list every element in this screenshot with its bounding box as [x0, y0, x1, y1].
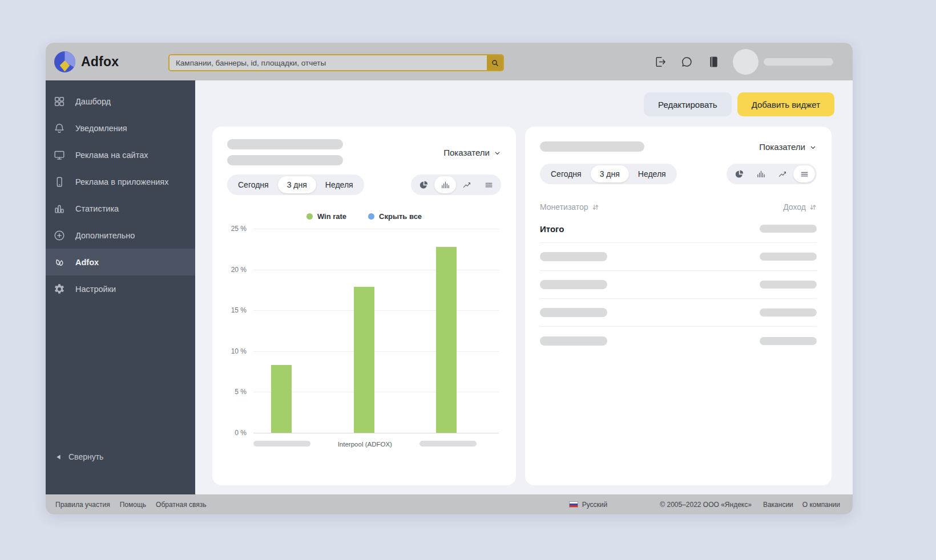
edit-button[interactable]: Редактировать [644, 92, 732, 116]
footer-link[interactable]: Обратная связь [156, 501, 206, 509]
add-widget-button[interactable]: Добавить виджет [737, 92, 834, 116]
table-widget-card: Показатели Сегодня3 дняНеделя Монетизато… [525, 127, 832, 485]
category-skeleton [419, 441, 477, 447]
y-tick-label: 5 % [235, 388, 247, 396]
left-view-switcher [411, 175, 501, 195]
x-category: Interpool (ADFOX) [338, 439, 392, 449]
right-view-pie-chart-button[interactable] [728, 165, 750, 182]
left-view-line-chart-button[interactable] [456, 176, 478, 193]
y-tick-label: 10 % [231, 347, 247, 355]
chart-legend: Win rateСкрыть все [227, 212, 501, 221]
left-widget-controls: Сегодня3 дняНеделя [227, 175, 501, 195]
sort-icon [592, 204, 599, 211]
language-selector[interactable]: Русский [569, 501, 608, 509]
legend-dot [368, 213, 374, 220]
sort-by-monetizer[interactable]: Монетизатор [540, 202, 599, 212]
sidebar-item-settings[interactable]: Настройки [46, 275, 195, 302]
cell-skeleton [760, 309, 817, 316]
left-view-list-view-button[interactable] [478, 176, 499, 193]
avatar[interactable] [733, 49, 759, 75]
sidebar-item-adfox[interactable]: Adfox [46, 249, 195, 275]
pie-chart-icon [735, 169, 744, 179]
book-icon[interactable] [707, 55, 720, 68]
search-input[interactable] [170, 55, 487, 70]
footer-link[interactable]: О компании [802, 501, 840, 509]
right-view-bar-chart-button[interactable] [750, 165, 772, 182]
bar-chart-icon [441, 180, 450, 190]
right-view-list-view-button[interactable] [793, 165, 815, 182]
sort-by-income[interactable]: Доход [783, 202, 817, 212]
left-period-tab-1[interactable]: 3 дня [278, 176, 316, 193]
table-row [540, 327, 817, 355]
x-category-label: Interpool (ADFOX) [338, 441, 392, 448]
main-content: Редактировать Добавить виджет Показатели [195, 80, 853, 494]
sidebar-item-label: Уведомления [75, 124, 127, 133]
left-view-pie-chart-button[interactable] [413, 176, 434, 193]
cell-skeleton [760, 281, 817, 289]
left-period-tab-0[interactable]: Сегодня [229, 176, 278, 193]
right-period-tab-0[interactable]: Сегодня [542, 165, 591, 182]
footer-link[interactable]: Помощь [120, 501, 146, 509]
dashboard-actions: Редактировать Добавить виджет [212, 92, 834, 116]
sidebar-item-label: Дополнительно [75, 231, 135, 240]
cell-skeleton [540, 308, 607, 317]
cell-skeleton [540, 336, 607, 346]
cell-skeleton [760, 337, 817, 345]
chart-plot: 25 %20 %15 %10 %5 %0 % [253, 229, 499, 433]
footer-links-right: ВакансииО компании [763, 501, 840, 509]
x-category [419, 439, 477, 449]
chat-icon[interactable] [680, 55, 693, 68]
chart-widget-card: Показатели Сегодня3 дняНеделя Win rateСк… [212, 127, 516, 485]
app-window: Adfox ДашбордУведомленияРеклама на сайта… [46, 43, 853, 514]
table-row [540, 299, 817, 327]
sidebar-item-more[interactable]: Дополнительно [46, 222, 195, 249]
gridline [253, 310, 499, 311]
sidebar-collapse-button[interactable]: Свернуть [46, 452, 195, 461]
title-skeleton [227, 139, 343, 149]
sidebar-item-label: Adfox [75, 258, 99, 267]
line-chart-icon [778, 169, 788, 179]
logout-icon[interactable] [653, 55, 667, 68]
search-button[interactable] [487, 55, 503, 70]
chevron-down-icon [809, 144, 817, 151]
legend-item[interactable]: Скрыть все [368, 212, 422, 221]
pie-chart-icon [419, 180, 429, 190]
list-view-icon [484, 180, 494, 190]
sidebar-item-dashboard[interactable]: Дашборд [46, 88, 195, 115]
cell-skeleton [760, 225, 817, 233]
y-tick-label: 15 % [231, 306, 247, 314]
table-total-row: Итого [540, 215, 817, 243]
chart-xaxis: Interpool (ADFOX) [253, 437, 501, 452]
brand[interactable]: Adfox [54, 51, 119, 72]
footer-link[interactable]: Правила участия [55, 501, 110, 509]
right-metrics-dropdown[interactable]: Показатели [759, 142, 817, 152]
footer-link[interactable]: Вакансии [763, 501, 793, 509]
sidebar-item-notifications[interactable]: Уведомления [46, 115, 195, 141]
y-tick-label: 20 % [231, 266, 247, 274]
x-category [253, 439, 310, 449]
y-tick-label: 0 % [235, 429, 247, 437]
line-chart-icon [462, 180, 472, 190]
right-view-line-chart-button[interactable] [772, 165, 793, 182]
sidebar-item-site-ads[interactable]: Реклама на сайтах [46, 141, 195, 168]
legend-item[interactable]: Win rate [306, 212, 346, 221]
sidebar-item-statistics[interactable]: Статистика [46, 195, 195, 222]
legend-label: Скрыть все [379, 212, 422, 221]
stats-chart-icon [53, 202, 66, 215]
sidebar-item-app-ads[interactable]: Реклама в приложениях [46, 168, 195, 195]
sidebar: ДашбордУведомленияРеклама на сайтахРекла… [46, 80, 195, 494]
bar-chart-icon [756, 169, 766, 179]
left-view-bar-chart-button[interactable] [434, 176, 456, 193]
column-label: Монетизатор [540, 202, 588, 212]
chart-bar [436, 247, 457, 433]
footer: Правила участияПомощьОбратная связь Русс… [46, 494, 853, 514]
plus-circle-icon [53, 229, 66, 242]
right-period-tab-2[interactable]: Неделя [629, 165, 675, 182]
brand-name: Adfox [81, 54, 119, 70]
chart-bar [354, 287, 374, 433]
left-metrics-dropdown[interactable]: Показатели [443, 148, 501, 157]
search-icon [491, 59, 499, 67]
left-period-tab-2[interactable]: Неделя [316, 176, 362, 193]
sidebar-item-label: Статистика [75, 204, 119, 213]
right-period-tab-1[interactable]: 3 дня [591, 165, 629, 182]
